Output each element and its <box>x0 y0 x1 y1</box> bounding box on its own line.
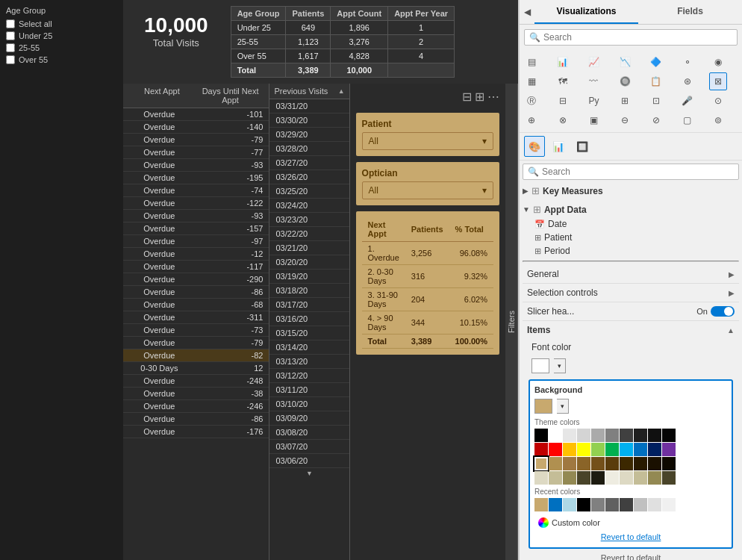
prev-visits-row[interactable]: 03/13/20 <box>269 355 349 369</box>
theme-color-17[interactable] <box>634 443 647 456</box>
theme-color-22[interactable] <box>563 457 576 470</box>
prev-visits-row[interactable]: 03/19/20 <box>269 270 349 284</box>
data-list-row[interactable]: Overdue-77 <box>123 146 269 159</box>
viz-icon-0[interactable]: ▤ <box>523 53 540 71</box>
data-list-row[interactable]: Overdue-195 <box>123 172 269 184</box>
prev-visits-row[interactable]: 03/26/20 <box>269 170 349 184</box>
prev-visits-row[interactable]: 03/24/20 <box>269 199 349 213</box>
theme-color-16[interactable] <box>620 443 633 456</box>
sidebar-collapse-btn[interactable]: ◀ <box>520 0 534 24</box>
theme-color-33[interactable] <box>577 471 590 485</box>
recent-color-3[interactable] <box>577 498 590 511</box>
theme-color-19[interactable] <box>662 443 676 456</box>
prev-visits-row[interactable]: 03/27/20 <box>269 156 349 170</box>
theme-color-2[interactable] <box>563 429 576 442</box>
prev-visits-row[interactable]: 03/31/20 <box>269 99 349 113</box>
prev-visits-row[interactable]: 03/25/20 <box>269 184 349 199</box>
viz-icon-5[interactable]: ⚬ <box>679 53 696 71</box>
viz-icon-2[interactable]: 📈 <box>584 53 602 71</box>
data-list-row[interactable]: Overdue-157 <box>123 223 269 235</box>
data-list-row[interactable]: Overdue-101 <box>123 108 269 121</box>
viz-icon-11[interactable]: 📋 <box>647 72 665 90</box>
theme-color-29[interactable] <box>662 457 676 470</box>
data-list-row[interactable]: Overdue-117 <box>123 261 269 273</box>
theme-color-9[interactable] <box>662 429 676 442</box>
field-item-date[interactable]: 📅 Date <box>523 217 739 231</box>
data-list-row[interactable]: Overdue-82 <box>123 349 269 362</box>
filter-icon[interactable]: ⊟ <box>462 90 472 104</box>
prev-visits-row[interactable]: 03/08/20 <box>269 426 349 440</box>
theme-color-27[interactable] <box>634 457 647 470</box>
theme-color-20[interactable] <box>534 457 548 470</box>
bg-color-dropdown-btn[interactable]: ▾ <box>557 399 569 414</box>
checkbox-over55-input[interactable] <box>6 55 15 64</box>
theme-color-14[interactable] <box>591 443 605 456</box>
data-list-row[interactable]: Overdue-93 <box>123 210 269 223</box>
viz-icon-8[interactable]: 🗺 <box>554 72 572 90</box>
recent-color-5[interactable] <box>605 498 619 511</box>
prev-visits-scroll-up[interactable]: ▲ <box>338 87 345 95</box>
format-section-slicer-header[interactable]: Slicer hea... On <box>523 302 739 320</box>
checkbox-over55[interactable]: Over 55 <box>6 55 117 64</box>
prev-visits-row[interactable]: 03/09/20 <box>269 411 349 426</box>
viz-icon-10[interactable]: 🔘 <box>616 72 634 90</box>
data-list-row[interactable]: Overdue-73 <box>123 324 269 337</box>
field-group-key-measures-header[interactable]: ▶ ⊞ Key Measures <box>523 183 739 199</box>
fields-search-input[interactable] <box>542 167 734 177</box>
theme-color-6[interactable] <box>620 429 633 442</box>
data-list-row[interactable]: Overdue-74 <box>123 184 269 197</box>
theme-color-11[interactable] <box>549 443 562 456</box>
viz-icon-1[interactable]: 📊 <box>554 53 572 71</box>
prev-visits-row[interactable]: 03/18/20 <box>269 284 349 298</box>
viz-icon-21[interactable]: ⊕ <box>523 111 540 129</box>
bg-color-swatch[interactable] <box>534 399 552 414</box>
prev-visits-row[interactable]: 03/23/20 <box>269 213 349 227</box>
theme-color-12[interactable] <box>563 443 576 456</box>
theme-color-36[interactable] <box>620 471 633 485</box>
tab-visualizations[interactable]: Visualizations <box>534 0 638 24</box>
viz-icon-7[interactable]: ▦ <box>523 72 540 90</box>
prev-visits-row[interactable]: 03/17/20 <box>269 298 349 312</box>
viz-icon-3[interactable]: 📉 <box>616 53 634 71</box>
prev-visits-row[interactable]: 03/30/20 <box>269 113 349 128</box>
data-list-row[interactable]: Overdue-290 <box>123 273 269 286</box>
theme-color-15[interactable] <box>605 443 619 456</box>
viz-icon-20[interactable]: ⊙ <box>709 92 727 110</box>
slicer-toggle[interactable]: On <box>696 306 735 317</box>
field-item-period[interactable]: ⊞ Period <box>523 244 739 258</box>
format-icon-filter[interactable]: 🔲 <box>572 136 593 157</box>
theme-color-4[interactable] <box>591 429 605 442</box>
data-list-row[interactable]: Overdue-248 <box>123 375 269 388</box>
data-list-row[interactable]: Overdue-86 <box>123 286 269 299</box>
prev-visits-row[interactable]: 03/20/20 <box>269 255 349 270</box>
viz-icon-26[interactable]: ▢ <box>679 111 696 129</box>
prev-visits-row[interactable]: 03/28/20 <box>269 142 349 156</box>
theme-color-10[interactable] <box>534 443 548 456</box>
checkbox-select-all-input[interactable] <box>6 19 15 28</box>
theme-color-28[interactable] <box>648 457 661 470</box>
viz-icon-19[interactable]: 🎤 <box>679 92 696 110</box>
prev-visits-row[interactable]: 03/12/20 <box>269 369 349 383</box>
viz-icon-27[interactable]: ⊚ <box>709 111 727 129</box>
font-color-swatch[interactable] <box>531 358 549 373</box>
viz-icon-9[interactable]: 〰 <box>584 72 602 90</box>
theme-color-38[interactable] <box>648 471 661 485</box>
data-list-row[interactable]: Overdue-68 <box>123 299 269 311</box>
theme-color-35[interactable] <box>605 471 619 485</box>
checkbox-select-all[interactable]: Select all <box>6 19 117 28</box>
theme-color-21[interactable] <box>549 457 562 470</box>
prev-visits-scroll-down[interactable]: ▼ <box>269 468 349 479</box>
theme-color-37[interactable] <box>634 471 647 485</box>
viz-icon-15[interactable]: ⊟ <box>554 92 572 110</box>
checkbox-25-55[interactable]: 25-55 <box>6 43 117 52</box>
recent-color-8[interactable] <box>648 498 661 511</box>
theme-color-5[interactable] <box>605 429 619 442</box>
format-section-selection-header[interactable]: Selection controls ▶ <box>523 284 739 302</box>
data-list-row[interactable]: Overdue-97 <box>123 235 269 248</box>
theme-color-23[interactable] <box>577 457 590 470</box>
prev-visits-row[interactable]: 03/06/20 <box>269 454 349 468</box>
viz-icon-25[interactable]: ⊘ <box>647 111 665 129</box>
recent-color-4[interactable] <box>591 498 605 511</box>
viz-icon-14[interactable]: Ⓡ <box>523 92 540 110</box>
recent-color-2[interactable] <box>563 498 576 511</box>
